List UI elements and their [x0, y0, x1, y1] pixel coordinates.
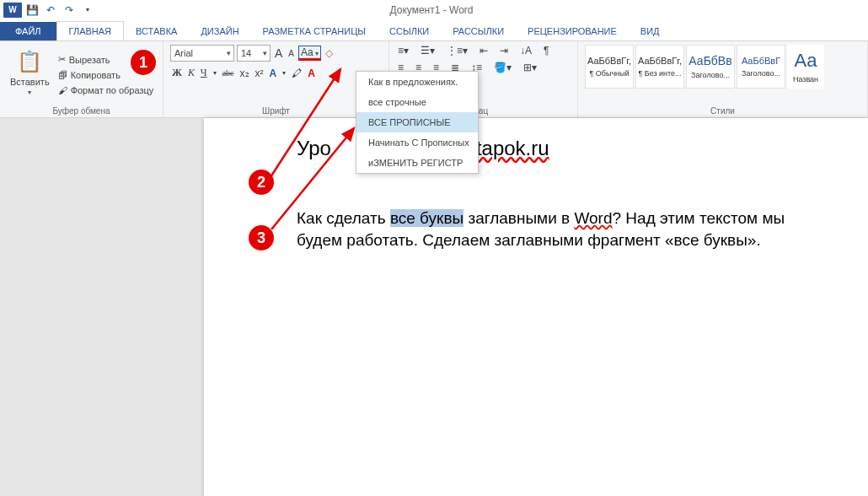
tab-layout[interactable]: РАЗМЕТКА СТРАНИЦЫ: [251, 22, 378, 40]
shrink-font-button[interactable]: A: [287, 49, 296, 58]
borders-icon[interactable]: ⊞▾: [522, 62, 538, 73]
style-no-spacing[interactable]: АаБбВвГг,¶ Без инте...: [635, 45, 684, 89]
case-capwords[interactable]: Начинать С Прописных: [356, 132, 478, 153]
title-bar: W 💾 ↶ ↷ ▾ Документ1 - Word: [0, 0, 868, 20]
style-heading2[interactable]: АаБбВвГЗаголово...: [737, 45, 785, 89]
annotation-3: 3: [249, 225, 274, 251]
tab-insert[interactable]: ВСТАВКА: [124, 22, 189, 40]
window-title: Документ1 - Word: [96, 4, 767, 16]
tab-design[interactable]: ДИЗАЙН: [189, 22, 250, 40]
clear-formatting-icon[interactable]: ◇: [324, 47, 335, 59]
case-lower[interactable]: все строчные: [356, 92, 478, 112]
strikethrough-button[interactable]: abc: [221, 68, 236, 78]
brush-icon: 🖌: [58, 85, 67, 95]
tab-review[interactable]: РЕЦЕНЗИРОВАНИЕ: [516, 22, 629, 40]
style-title[interactable]: АаНазван: [787, 45, 824, 89]
case-toggle[interactable]: иЗМЕНИТЬ РЕГИСТР: [356, 153, 478, 173]
bullets-icon[interactable]: ≡▾: [396, 45, 410, 57]
shading-icon[interactable]: 🪣▾: [492, 62, 513, 73]
tab-file[interactable]: ФАЙЛ: [0, 22, 56, 40]
redo-icon[interactable]: ↷: [61, 2, 78, 19]
tab-references[interactable]: ССЫЛКИ: [378, 22, 441, 40]
paste-icon: 📋: [16, 48, 43, 75]
outdent-icon[interactable]: ⇤: [478, 45, 490, 57]
case-upper[interactable]: ВСЕ ПРОПИСНЫЕ: [356, 112, 478, 132]
style-heading1[interactable]: АаБбВвЗаголово...: [686, 45, 735, 89]
show-marks-icon[interactable]: ¶: [542, 45, 550, 57]
paste-button[interactable]: 📋 Вставить ▾: [7, 45, 53, 105]
case-sentence[interactable]: Как в предложениях.: [356, 72, 478, 92]
font-group-label: Шрифт: [170, 105, 382, 116]
selected-text: все буквы: [390, 209, 463, 227]
document-area: Уроtapok.ru Как сделать все буквы заглав…: [0, 118, 868, 496]
indent-icon[interactable]: ⇥: [498, 45, 510, 57]
annotation-1: 1: [131, 50, 156, 75]
change-case-menu: Как в предложениях. все строчные ВСЕ ПРО…: [356, 71, 479, 174]
underline-button[interactable]: Ч: [199, 67, 209, 79]
superscript-button[interactable]: x²: [254, 67, 265, 79]
doc-body: Как сделать все буквы заглавными в Word?…: [297, 208, 785, 251]
text-effects-icon[interactable]: A: [268, 67, 279, 79]
paste-label: Вставить: [10, 77, 50, 87]
format-painter-button[interactable]: 🖌Формат по образцу: [58, 85, 154, 95]
clipboard-group-label: Буфер обмена: [7, 105, 156, 116]
bold-button[interactable]: Ж: [170, 67, 184, 79]
font-color-icon[interactable]: A: [306, 67, 317, 79]
subscript-button[interactable]: x₂: [238, 67, 251, 79]
tab-view[interactable]: ВИД: [629, 22, 672, 40]
annotation-2: 2: [249, 170, 274, 195]
undo-icon[interactable]: ↶: [42, 2, 59, 19]
page[interactable]: Уроtapok.ru Как сделать все буквы заглав…: [204, 118, 868, 496]
app-icon: W: [3, 3, 22, 18]
highlight-icon[interactable]: 🖍: [290, 67, 303, 79]
ribbon-tabs: ФАЙЛ ГЛАВНАЯ ВСТАВКА ДИЗАЙН РАЗМЕТКА СТР…: [0, 20, 868, 40]
tab-mailings[interactable]: РАССЫЛКИ: [441, 22, 516, 40]
font-name-combo[interactable]: Arial: [170, 45, 234, 62]
copy-icon: 🗐: [58, 70, 67, 80]
font-size-combo[interactable]: 14: [237, 45, 271, 62]
save-icon[interactable]: 💾: [24, 2, 40, 19]
qat-customize-icon[interactable]: ▾: [79, 2, 96, 19]
grow-font-button[interactable]: A: [273, 46, 284, 60]
numbering-icon[interactable]: ☰▾: [419, 45, 437, 57]
tab-home[interactable]: ГЛАВНАЯ: [56, 21, 124, 40]
change-case-button[interactable]: Aa: [298, 46, 321, 61]
italic-button[interactable]: К: [186, 67, 196, 79]
sort-icon[interactable]: ↓A: [518, 45, 533, 57]
multilevel-icon[interactable]: ⋮≡▾: [445, 45, 469, 57]
cut-icon: ✂: [58, 54, 66, 65]
styles-group-label: Стили: [585, 105, 860, 116]
style-normal[interactable]: АаБбВвГг,¶ Обычный: [585, 45, 634, 89]
